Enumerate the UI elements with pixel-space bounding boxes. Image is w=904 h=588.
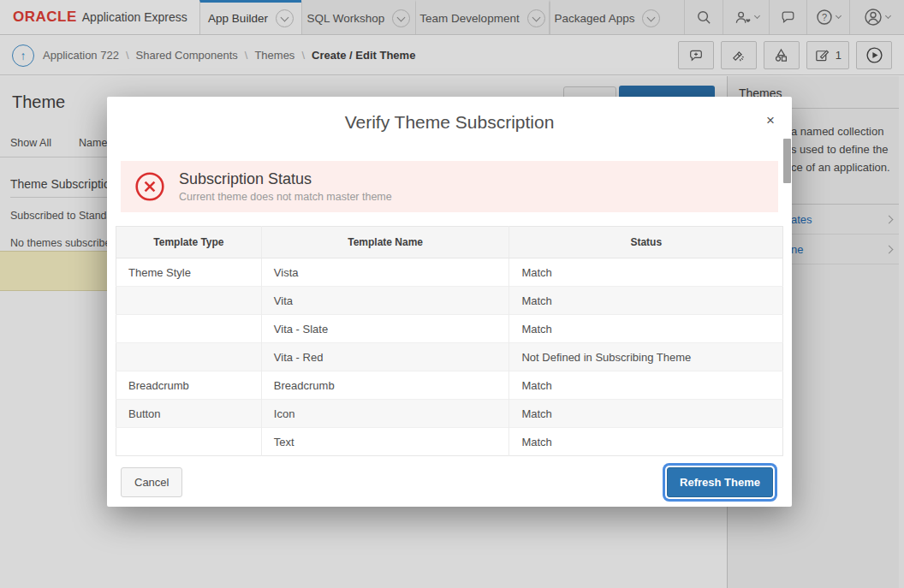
table-row: Button Icon Match [116, 400, 783, 428]
dialog-header: Verify Theme Subscription × [107, 97, 792, 146]
table-row: Theme Style Vista Match [116, 258, 783, 287]
refresh-theme-button[interactable]: Refresh Theme [667, 467, 773, 497]
table-row: Vita Match [116, 287, 783, 315]
table-row: Breadcrumb Breadcrumb Match [116, 371, 783, 400]
table-row: Vita - Slate Match [116, 315, 783, 343]
col-header-status: Status [509, 227, 783, 258]
status-message: Current theme does not match master them… [179, 191, 392, 203]
table-row: Vita - Red Not Defined in Subscribing Th… [116, 343, 783, 371]
subscription-status-banner: Subscription Status Current theme does n… [121, 161, 778, 212]
dialog-title: Verify Theme Subscription [107, 97, 792, 148]
table-header-row: Template Type Template Name Status [116, 227, 783, 258]
error-x-icon [134, 171, 165, 202]
dialog-footer: Cancel Refresh Theme [107, 457, 792, 507]
status-heading: Subscription Status [179, 170, 392, 188]
template-status-table: Template Type Template Name Status Theme… [116, 226, 783, 456]
col-header-template-type: Template Type [116, 227, 262, 258]
dialog-scrollbar-thumb[interactable] [783, 139, 791, 183]
col-header-template-name: Template Name [261, 227, 509, 258]
verify-theme-subscription-dialog: Verify Theme Subscription × Subscription… [107, 97, 792, 507]
close-icon[interactable]: × [766, 113, 775, 128]
cancel-button[interactable]: Cancel [121, 467, 182, 497]
table-row: Text Match [116, 428, 783, 456]
